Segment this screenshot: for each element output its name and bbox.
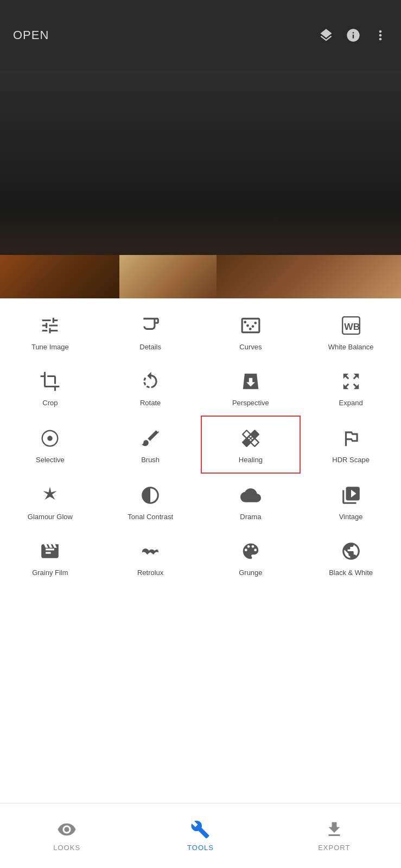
rotate-icon: [138, 369, 162, 393]
tools-nav-label: TOOLS: [187, 844, 214, 852]
tool-hdr-scape[interactable]: HDR Scape: [301, 416, 401, 474]
tonal-contrast-label: Tonal Contrast: [128, 513, 173, 522]
nav-export[interactable]: EXPORT: [268, 820, 401, 852]
white-balance-icon: WB: [339, 314, 363, 337]
tune-image-label: Tune Image: [31, 343, 69, 352]
page-title: OPEN: [13, 28, 49, 42]
tool-glamour-glow[interactable]: Glamour Glow: [0, 474, 100, 529]
hdr-scape-icon: [339, 426, 363, 450]
nav-looks[interactable]: LOOKS: [0, 820, 133, 852]
export-nav-icon: [324, 820, 344, 839]
image-strip-2: [119, 255, 217, 298]
healing-icon: [239, 426, 263, 450]
tool-details[interactable]: Details: [100, 304, 201, 360]
tools-grid: Tune Image Details Curves WB White Balan…: [0, 298, 401, 590]
brush-icon: [138, 426, 162, 450]
crop-label: Crop: [42, 399, 58, 408]
expand-icon: [339, 369, 363, 393]
tool-brush[interactable]: Brush: [100, 416, 201, 474]
selective-label: Selective: [36, 456, 65, 465]
tools-nav-icon: [190, 820, 210, 839]
looks-nav-icon: [57, 820, 77, 839]
brush-label: Brush: [141, 456, 160, 465]
image-strip-1: [0, 255, 119, 298]
tool-white-balance[interactable]: WB White Balance: [301, 304, 401, 360]
tool-drama[interactable]: Drama: [201, 474, 301, 529]
tool-grunge[interactable]: Grunge: [201, 529, 301, 585]
grainy-film-icon: [38, 539, 62, 563]
tool-grainy-film[interactable]: Grainy Film: [0, 529, 100, 585]
tools-panel: Tune Image Details Curves WB White Balan…: [0, 298, 401, 803]
vintage-label: Vintage: [339, 513, 363, 522]
top-bar: OPEN: [0, 0, 401, 71]
layers-icon[interactable]: [319, 28, 334, 43]
glamour-glow-label: Glamour Glow: [28, 513, 73, 522]
retrolux-label: Retrolux: [137, 569, 163, 578]
hdr-scape-label: HDR Scape: [332, 456, 370, 465]
rotate-label: Rotate: [140, 399, 161, 408]
svg-point-3: [48, 436, 53, 441]
image-strip-3: [217, 255, 401, 298]
looks-nav-label: LOOKS: [53, 844, 80, 852]
expand-label: Expand: [339, 399, 363, 408]
tool-black-white[interactable]: Black & White: [301, 529, 401, 585]
svg-text:WB: WB: [344, 321, 360, 332]
tool-retrolux[interactable]: Retrolux: [100, 529, 201, 585]
tune-image-icon: [38, 314, 62, 337]
tonal-contrast-icon: [138, 483, 162, 507]
vintage-icon: [339, 483, 363, 507]
perspective-icon: [239, 369, 263, 393]
tool-expand[interactable]: Expand: [301, 360, 401, 416]
drama-icon: [239, 483, 263, 507]
more-icon[interactable]: [373, 28, 388, 43]
curves-label: Curves: [239, 343, 262, 352]
selective-icon: [38, 426, 62, 450]
grunge-label: Grunge: [239, 569, 262, 578]
tool-tune-image[interactable]: Tune Image: [0, 304, 100, 360]
grunge-icon: [239, 539, 263, 563]
export-nav-label: EXPORT: [318, 844, 350, 852]
drama-label: Drama: [240, 513, 261, 522]
white-balance-label: White Balance: [328, 343, 374, 352]
nav-tools[interactable]: TOOLS: [133, 820, 267, 852]
image-preview: [0, 71, 401, 298]
perspective-label: Perspective: [232, 399, 269, 408]
tool-rotate[interactable]: Rotate: [100, 360, 201, 416]
tool-selective[interactable]: Selective: [0, 416, 100, 474]
tool-perspective[interactable]: Perspective: [201, 360, 301, 416]
crop-icon: [38, 369, 62, 393]
glamour-glow-icon: [38, 483, 62, 507]
details-label: Details: [139, 343, 161, 352]
healing-label: Healing: [239, 456, 263, 465]
info-icon[interactable]: [346, 28, 361, 43]
black-white-label: Black & White: [329, 569, 373, 578]
tool-healing[interactable]: Healing: [201, 416, 301, 474]
tool-vintage[interactable]: Vintage: [301, 474, 401, 529]
bottom-nav: LOOKS TOOLS EXPORT: [0, 803, 401, 868]
retrolux-icon: [138, 539, 162, 563]
tool-curves[interactable]: Curves: [201, 304, 301, 360]
black-white-icon: [339, 539, 363, 563]
header-icons: [319, 28, 388, 43]
tool-tonal-contrast[interactable]: Tonal Contrast: [100, 474, 201, 529]
details-icon: [138, 314, 162, 337]
grainy-film-label: Grainy Film: [32, 569, 68, 578]
tool-crop[interactable]: Crop: [0, 360, 100, 416]
curves-icon: [239, 314, 263, 337]
